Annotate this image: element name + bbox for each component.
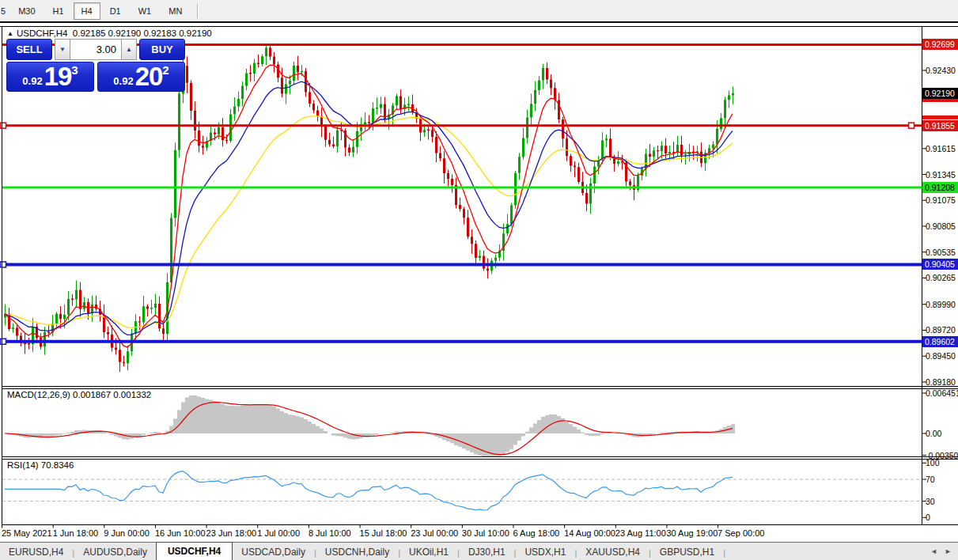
chart-ohlc-label: 0.92185 0.92190 0.92183 0.92190 bbox=[73, 28, 212, 38]
price-line-badge: 0.92190 bbox=[922, 88, 958, 99]
price-line-badge: 0.91208 bbox=[922, 182, 958, 193]
one-click-trading-panel: SELL ▼ 3.00 ▲ BUY 0.92193 0.92202 bbox=[6, 39, 185, 92]
line-handle[interactable] bbox=[1, 123, 6, 128]
price-axis-label: 0.90265 bbox=[926, 273, 956, 282]
rsi-indicator-label: RSI(14) 70.8346 bbox=[7, 460, 74, 470]
line-handle[interactable] bbox=[1, 339, 6, 344]
time-axis-label: 23 Aug 11:00 bbox=[615, 528, 666, 538]
trade-panel-top-row: SELL ▼ 3.00 ▲ BUY bbox=[6, 39, 185, 60]
timeframe-button-h4[interactable]: H4 bbox=[74, 2, 100, 20]
time-axis-label: 30 Jul 10:00 bbox=[462, 528, 509, 538]
chart-collapse-icon[interactable]: ▲ bbox=[7, 30, 13, 37]
rsi-axis-label: 0 bbox=[926, 513, 930, 522]
time-axis-label: 23 Jun 18:00 bbox=[206, 528, 257, 538]
time-axis-label: 16 Jun 10:00 bbox=[155, 528, 206, 538]
time-axis-label: 7 Sep 00:00 bbox=[718, 528, 764, 538]
price-line-badge: 0.91855 bbox=[922, 120, 958, 131]
buy-price-display[interactable]: 0.92202 bbox=[97, 62, 185, 92]
price-axis-label: 0.89720 bbox=[926, 325, 956, 335]
time-axis-label: 6 Aug 18:00 bbox=[513, 528, 560, 538]
tab-separator: | bbox=[723, 548, 725, 560]
volume-stepper: ▼ 3.00 ▲ bbox=[55, 39, 137, 60]
chart-tab-usdcad[interactable]: USDCAD,Daily bbox=[233, 543, 314, 560]
line-handle[interactable] bbox=[1, 262, 6, 267]
macd-signal-line bbox=[5, 403, 733, 455]
rsi-pane bbox=[2, 471, 922, 510]
toolbar-separator bbox=[197, 4, 199, 18]
triangle-up-icon: ▲ bbox=[126, 46, 132, 53]
macd-histogram bbox=[6, 395, 733, 458]
moving-average-line bbox=[5, 65, 733, 347]
chart-tab-xauusd[interactable]: XAUUSD,H4 bbox=[577, 543, 649, 560]
triangle-down-icon: ▼ bbox=[59, 46, 66, 53]
tabs-scroll-right-button[interactable]: ► bbox=[945, 547, 952, 555]
rsi-axis-label: 30 bbox=[926, 497, 935, 506]
timeframe-toolbar: 5M30H1H4D1W1MN bbox=[0, 0, 958, 23]
time-axis-label: 1 Jul 00:00 bbox=[257, 528, 300, 538]
macd-axis-label: 0.00 bbox=[926, 429, 941, 438]
volume-input[interactable]: 3.00 bbox=[70, 39, 121, 60]
timeframe-button-5[interactable]: 5 bbox=[0, 2, 9, 20]
buy-price-prefix: 0.92 bbox=[113, 75, 133, 87]
sell-price-display[interactable]: 0.92193 bbox=[6, 62, 94, 92]
buy-price-pip-digit: 2 bbox=[162, 63, 169, 77]
timeframe-button-d1[interactable]: D1 bbox=[102, 2, 129, 20]
price-axis-label: 0.92430 bbox=[926, 66, 956, 75]
chart-tab-usdcnh[interactable]: USDCNH,Daily bbox=[316, 543, 398, 560]
macd-pane bbox=[5, 395, 733, 458]
chart-tab-ukoil[interactable]: UKOil,H1 bbox=[400, 543, 457, 560]
timeframe-button-w1[interactable]: W1 bbox=[131, 2, 160, 20]
trade-panel-price-row: 0.92193 0.92202 bbox=[6, 62, 185, 92]
chart-tab-bar: ◄ ► EURUSD,H4|AUDUSD,DailyUSDCHF,H4USDCA… bbox=[0, 542, 958, 560]
timeframe-button-mn[interactable]: MN bbox=[161, 2, 190, 20]
time-axis-label: 9 Jun 00:00 bbox=[104, 528, 150, 538]
sell-price-pip-digit: 3 bbox=[71, 63, 78, 77]
price-axis-label: 0.89180 bbox=[926, 377, 956, 387]
price-line-badge: 0.89602 bbox=[922, 336, 958, 347]
rsi-line bbox=[5, 471, 733, 510]
chart-tab-gbpusd[interactable]: GBPUSD,H1 bbox=[651, 543, 723, 560]
price-axis-label: 0.89990 bbox=[926, 300, 956, 309]
price-line-badge: 0.90405 bbox=[922, 259, 958, 270]
time-axis-label: 25 May 2021 bbox=[2, 528, 52, 538]
time-axis-label: 1 Jun 18:00 bbox=[53, 528, 99, 538]
sell-price-big-digits: 19 bbox=[44, 63, 72, 90]
time-axis-label: 30 Aug 19:00 bbox=[666, 528, 718, 538]
volume-decrease-button[interactable]: ▼ bbox=[55, 39, 70, 60]
moving-averages bbox=[5, 65, 733, 347]
rsi-axis-label: 100 bbox=[926, 458, 940, 467]
price-axis-label: 0.90805 bbox=[926, 221, 956, 231]
sell-price-prefix: 0.92 bbox=[22, 75, 42, 87]
price-axis-label: 0.90535 bbox=[926, 248, 956, 257]
price-axis-label: 0.91075 bbox=[926, 195, 956, 205]
price-axis-label: 0.89450 bbox=[926, 351, 956, 361]
price-axis-label: 0.91345 bbox=[926, 170, 956, 180]
chart-tab-dj30[interactable]: DJ30,H1 bbox=[460, 543, 514, 560]
time-axis-label: 14 Aug 00:00 bbox=[564, 528, 615, 538]
trading-terminal-window: 5M30H1H4D1W1MN ▲USDCHF,H4 0.92185 0.9219… bbox=[0, 0, 958, 560]
buy-price-big-digits: 20 bbox=[135, 63, 163, 90]
timeframe-button-h1[interactable]: H1 bbox=[45, 2, 72, 20]
time-axis-label: 8 Jul 10:00 bbox=[309, 528, 351, 538]
sell-button[interactable]: SELL bbox=[6, 39, 52, 60]
chart-title: ▲USDCHF,H4 0.92185 0.92190 0.92183 0.921… bbox=[7, 28, 212, 38]
chart-tab-usdx[interactable]: USDX,H1 bbox=[516, 543, 574, 560]
price-line-badge: 0.92699 bbox=[922, 39, 958, 50]
partial-price-badge bbox=[922, 115, 958, 119]
price-axis-label: 0.91615 bbox=[926, 144, 956, 153]
time-axis-label: 23 Jul 00:00 bbox=[411, 528, 458, 538]
chart-tab-usdchf[interactable]: USDCHF,H4 bbox=[156, 542, 233, 560]
macd-axis-label: 0.006451 bbox=[926, 388, 958, 398]
chart-tab-eurusd[interactable]: EURUSD,H4 bbox=[0, 543, 72, 560]
rsi-axis-label: 70 bbox=[926, 475, 935, 484]
line-handle[interactable] bbox=[909, 123, 914, 128]
buy-button[interactable]: BUY bbox=[139, 39, 185, 60]
time-axis-label: 15 Jul 18:00 bbox=[360, 528, 407, 538]
macd-indicator-label: MACD(12,26,9) 0.001867 0.001332 bbox=[7, 390, 151, 399]
moving-average-line bbox=[5, 116, 733, 327]
chart-tab-audusd[interactable]: AUDUSD,Daily bbox=[74, 543, 156, 560]
volume-increase-button[interactable]: ▲ bbox=[121, 39, 137, 60]
chart-symbol-label: USDCHF,H4 bbox=[17, 28, 68, 38]
tabs-scroll-left-button[interactable]: ◄ bbox=[930, 547, 937, 555]
timeframe-button-m30[interactable]: M30 bbox=[10, 2, 43, 20]
